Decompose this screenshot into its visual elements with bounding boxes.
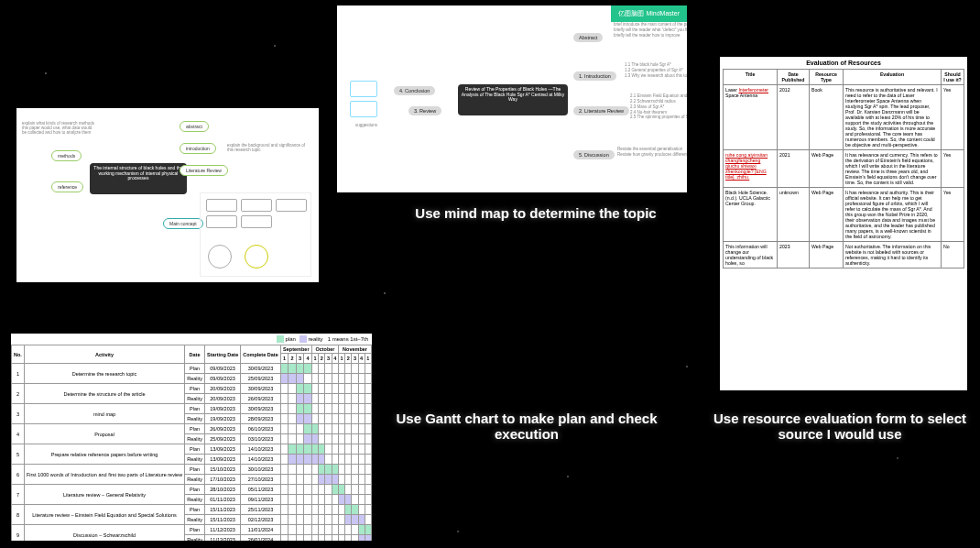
mm1-bubble-abstract: abstract (180, 121, 209, 132)
mm2-leftbox1 (350, 81, 377, 97)
mm2-node-lit: 2. Literature Review (573, 106, 629, 115)
legend-note: 1 means 1st–7th (328, 336, 368, 342)
mm2-sub-intro: 1.1 The black hole Sgr A*1.2 General pro… (625, 62, 687, 79)
mm2-node-rev: 3. Review (408, 106, 441, 115)
legend-real-swatch (299, 335, 307, 343)
mm1-bubble-reference: reference (51, 181, 83, 192)
gantt-table: No.ActivityDateStarting DateComplete Dat… (11, 345, 372, 541)
mindmap-large: 亿图脑图 MindMaster Review of The Properties… (337, 5, 687, 192)
mm2-node-conc: 4. Conclusion (394, 86, 435, 95)
gantt-chart: plan reality 1 means 1st–7th No.Activity… (11, 334, 372, 541)
mm2-leftbox2 (350, 101, 377, 117)
mm2-node-abstract: Abstract (573, 33, 603, 42)
res-title: Evaluation of Resources (720, 57, 967, 69)
mm2-sub-conc: suggestions (355, 123, 377, 128)
mm2-node-disc: 5. Discussion (573, 150, 615, 159)
mm1-bubble-litreview: Literature Review (180, 165, 228, 176)
mm1-bubble-mainconcept: Main concept (163, 218, 203, 229)
mindmaster-badge: 亿图脑图 MindMaster (611, 5, 687, 22)
caption-mindmap: Use mind map to determine the topic (394, 205, 678, 221)
mm2-sub-lit: 2.1 Einstein Field Equation and special … (630, 93, 687, 120)
resource-evaluation: Evaluation of Resources TitleDate Publis… (720, 57, 967, 390)
mm1-bubble-methods: methods (51, 150, 82, 161)
mm1-center-topic: The internal structure of black holes an… (90, 163, 187, 194)
legend-plan-swatch (277, 335, 284, 343)
res-table: TitleDate PublishedResource TypeEvaluati… (723, 69, 964, 269)
mm1-bubble-introduction: introduction (180, 143, 216, 154)
caption-gantt: Use Gantt chart to make plan and check e… (385, 411, 669, 442)
mm2-center-topic: Review of The Properties of Black Holes … (458, 84, 568, 115)
gantt-legend: plan reality 1 means 1st–7th (11, 334, 372, 345)
mm1-text-methods: explain what kinds of research methods t… (22, 121, 95, 135)
mm1-sub-diagram (200, 192, 311, 277)
legend-plan-label: plan (286, 336, 296, 342)
caption-resource: Use resource evaluation form to select s… (707, 411, 973, 442)
mm1-text-intro: explain the background and significance … (227, 143, 310, 152)
mm2-node-intro: 1. Introduction (573, 71, 616, 81)
mm2-sub-disc: Restate the essential generalisationRest… (617, 147, 687, 158)
mm2-sub-abs: brief introduce the main content of the … (614, 22, 687, 38)
mindmap-small: The internal structure of black holes an… (16, 108, 319, 282)
legend-real-label: reality (309, 336, 323, 342)
